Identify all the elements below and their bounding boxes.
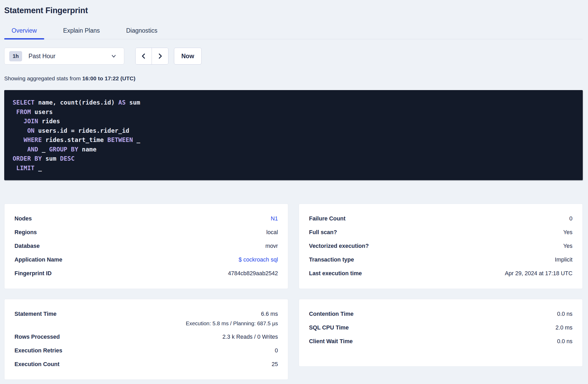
interval-badge: 1h xyxy=(9,51,22,61)
full-scan-row: Full scan?Yes xyxy=(309,226,572,239)
summary-cards: NodesN1RegionslocalDatabasemovrApplicati… xyxy=(4,204,583,380)
tab-diagnostics[interactable]: Diagnostics xyxy=(119,24,165,39)
full-scan-value: Yes xyxy=(563,229,572,236)
application-name-row: Application Name$ cockroach sql xyxy=(14,253,278,267)
statement-fingerprint-page: Statement Fingerprint Overview Explain P… xyxy=(0,6,588,380)
vectorized-execution-row: Vectorized execution?Yes xyxy=(309,239,572,253)
application-name-label: Application Name xyxy=(14,257,62,263)
tab-bar: Overview Explain Plans Diagnostics xyxy=(4,24,583,39)
page-title: Statement Fingerprint xyxy=(4,6,583,15)
sql-cpu-time-label: SQL CPU Time xyxy=(309,324,349,331)
statement-time-row: Statement Time6.6 msExecution: 5.8 ms / … xyxy=(14,307,278,330)
sql-cpu-time-value: 2.0 ms xyxy=(555,324,572,331)
regions-row: Regionslocal xyxy=(14,226,278,239)
client-wait-time-label: Client Wait Time xyxy=(309,338,353,345)
vectorized-execution-label: Vectorized execution? xyxy=(309,243,369,249)
vectorized-execution-value: Yes xyxy=(563,243,572,249)
transaction-type-value: Implicit xyxy=(555,257,572,263)
rows-processed-row: Rows Processed2.3 k Reads / 0 Writes xyxy=(14,330,278,344)
failure-count-value: 0 xyxy=(569,215,572,222)
last-execution-time-label: Last execution time xyxy=(309,270,362,277)
fingerprint-id-value: 4784cb829aab2542 xyxy=(228,270,278,277)
execution-count-label: Execution Count xyxy=(14,361,59,368)
time-breakdown-card: Contention Time0.0 nsSQL CPU Time2.0 msC… xyxy=(299,299,583,367)
contention-time-value: 0.0 ns xyxy=(557,311,572,317)
time-toolbar: 1h Past Hour xyxy=(4,48,583,65)
next-range-button[interactable] xyxy=(152,48,168,64)
fingerprint-id-row: Fingerprint ID4784cb829aab2542 xyxy=(14,267,278,280)
fingerprint-id-label: Fingerprint ID xyxy=(14,270,52,277)
execution-attributes-card: Failure Count0Full scan?YesVectorized ex… xyxy=(299,204,583,289)
nodes-link[interactable]: N1 xyxy=(271,215,278,222)
sql-code: SELECT name, count(rides.id) AS sum FROM… xyxy=(13,98,574,173)
sql-cpu-time-row: SQL CPU Time2.0 ms xyxy=(309,321,572,335)
database-label: Database xyxy=(14,243,40,249)
statement-performance-card: Statement Time6.6 msExecution: 5.8 ms / … xyxy=(4,299,288,380)
execution-count-row: Execution Count25 xyxy=(14,358,278,371)
database-row: Databasemovr xyxy=(14,239,278,253)
statement-time-label: Statement Time xyxy=(14,311,57,317)
chevron-down-icon xyxy=(110,53,117,60)
now-button[interactable]: Now xyxy=(174,48,202,65)
contention-time-label: Contention Time xyxy=(309,311,353,317)
rows-processed-value: 2.3 k Reads / 0 Writes xyxy=(222,334,278,340)
time-range-arrows xyxy=(135,48,168,65)
client-wait-time-row: Client Wait Time0.0 ns xyxy=(309,335,572,348)
nodes-label: Nodes xyxy=(14,215,32,222)
regions-value: local xyxy=(266,229,278,236)
database-value: movr xyxy=(265,243,278,249)
tab-explain-plans[interactable]: Explain Plans xyxy=(56,24,107,39)
aggregated-stats-line: Showing aggregated stats from 16:00 to 1… xyxy=(4,75,583,82)
statement-time-sub-value: Execution: 5.8 ms / Planning: 687.5 µs xyxy=(186,320,278,327)
application-name-link[interactable]: $ cockroach sql xyxy=(239,257,278,263)
interval-label: Past Hour xyxy=(28,53,55,60)
execution-retries-row: Execution Retries0 xyxy=(14,344,278,358)
regions-label: Regions xyxy=(14,229,37,236)
last-execution-time-value: Apr 29, 2024 at 17:18 UTC xyxy=(505,270,572,277)
time-interval-select[interactable]: 1h Past Hour xyxy=(4,48,124,65)
execution-retries-value: 0 xyxy=(275,347,278,354)
rows-processed-label: Rows Processed xyxy=(14,334,60,340)
transaction-type-row: Transaction typeImplicit xyxy=(309,253,572,267)
statement-details-card: NodesN1RegionslocalDatabasemovrApplicati… xyxy=(4,204,288,289)
failure-count-label: Failure Count xyxy=(309,215,346,222)
execution-count-value: 25 xyxy=(272,361,278,368)
contention-time-row: Contention Time0.0 ns xyxy=(309,307,572,321)
nodes-row: NodesN1 xyxy=(14,212,278,226)
failure-count-row: Failure Count0 xyxy=(309,212,572,226)
chevron-left-icon xyxy=(140,52,147,60)
previous-range-button[interactable] xyxy=(136,48,152,64)
stats-line-range: 16:00 to 17:22 (UTC) xyxy=(82,75,136,81)
client-wait-time-value: 0.0 ns xyxy=(557,338,572,345)
chevron-right-icon xyxy=(156,52,164,60)
tab-overview[interactable]: Overview xyxy=(4,24,44,39)
stats-line-prefix: Showing aggregated stats from xyxy=(4,75,82,81)
full-scan-label: Full scan? xyxy=(309,229,337,236)
sql-statement-box: SELECT name, count(rides.id) AS sum FROM… xyxy=(4,90,583,180)
execution-retries-label: Execution Retries xyxy=(14,347,62,354)
transaction-type-label: Transaction type xyxy=(309,257,354,263)
last-execution-time-row: Last execution timeApr 29, 2024 at 17:18… xyxy=(309,267,572,280)
statement-time-value: 6.6 ms xyxy=(186,311,278,317)
